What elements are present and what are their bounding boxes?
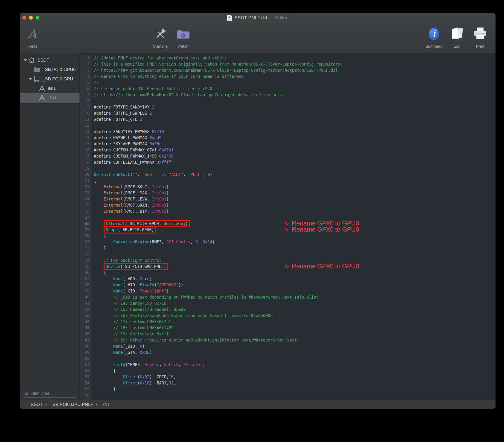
toolbar-label-print: Print bbox=[476, 44, 485, 49]
close-button[interactable] bbox=[22, 16, 26, 19]
title-filename: SSDT-PNLF.dsl bbox=[234, 15, 267, 20]
line-number: 47 bbox=[80, 337, 92, 343]
code-line-text: #define FBTYPE_CFL 3 bbox=[92, 116, 142, 123]
breadcrumb-item[interactable]: SSDT bbox=[31, 402, 43, 407]
code-line-text: #define SANDYIVY_PWMMAX 0x710 bbox=[92, 128, 164, 135]
line-number: 10 bbox=[80, 110, 92, 116]
code-line: 48 Name(_UID, 0) bbox=[80, 343, 496, 349]
toolbar-item-summary[interactable]: iSummary bbox=[425, 24, 443, 49]
sidebar-item-ini1[interactable]: INI1 bbox=[20, 84, 79, 93]
minimize-button[interactable] bbox=[29, 16, 33, 19]
traffic-lights bbox=[22, 16, 39, 19]
code-line: 55 } bbox=[80, 386, 496, 392]
toolbar-item-print[interactable]: Print bbox=[471, 24, 489, 49]
line-number: 18 bbox=[80, 159, 92, 165]
zoom-button[interactable] bbox=[36, 16, 39, 19]
line-number: 14 bbox=[80, 135, 92, 141]
filter-area bbox=[20, 387, 79, 400]
code-line-text: Scope(_SB.PCI0.GPU0) bbox=[92, 227, 156, 233]
code-line-text: #define FBTYPE_SANDYIVY 1 bbox=[92, 104, 154, 110]
toolbar-item-log[interactable]: Log bbox=[448, 24, 466, 49]
code-line: 16#define CUSTOM_PWMMAX_07a1 0x07a1 bbox=[80, 147, 496, 153]
code-line: 36 { bbox=[80, 270, 496, 276]
disclosure-triangle[interactable] bbox=[29, 78, 32, 80]
code-line-text: External(RMCF.LEVW, IntObj) bbox=[92, 196, 169, 202]
code-line-text: #define CUSTOM_PWMMAX_1499 0x1499 bbox=[92, 153, 174, 159]
code-line: 41 // 14: Sandy/Ivy 0x710 bbox=[80, 300, 496, 306]
toolbar-item-patch[interactable]: Patch bbox=[174, 24, 193, 49]
titlebar[interactable]: DSL SSDT-PNLF.dsl — Edited bbox=[20, 13, 496, 22]
device-icon bbox=[33, 75, 40, 83]
code-line: 44 // 17: custom LMAX=0x7a1 bbox=[80, 319, 496, 325]
code-line-text bbox=[92, 214, 94, 221]
toolbar-item-fonts[interactable]: AFonts bbox=[23, 24, 41, 49]
code-line: 18#define COFFEELAKE_PWMMAX 0xffff bbox=[80, 159, 496, 165]
line-number: 11 bbox=[80, 116, 92, 123]
gutter-marker-dot bbox=[85, 223, 87, 225]
log-icon bbox=[450, 26, 465, 41]
code-line: 30 { bbox=[80, 233, 496, 239]
sidebar-item--ini[interactable]: _INI bbox=[20, 93, 79, 103]
code-line: 51 Field(^RMP3, AnyAcc, NoLock, Preserve… bbox=[80, 362, 496, 368]
disclosure-triangle[interactable] bbox=[24, 59, 27, 61]
code-line: 56 bbox=[80, 392, 496, 398]
line-number: 41 bbox=[80, 300, 92, 306]
code-line-text: #define CUSTOM_PWMMAX_07a1 0x07a1 bbox=[92, 147, 174, 153]
line-number: 38 bbox=[80, 282, 92, 288]
code-line-text: // https://github.com/RehabMan/OS-X-Clov… bbox=[92, 92, 285, 98]
line-number: 24 bbox=[80, 196, 92, 202]
code-line: 13#define SANDYIVY_PWMMAX 0x710 bbox=[80, 128, 496, 135]
sidebar-item--sb-pci0-gpu-[interactable]: _SB.PCI0.GPU... bbox=[20, 74, 79, 84]
code-editor[interactable]: 1// Adding PNLF device for WhateverGreen… bbox=[80, 53, 496, 400]
line-number: 4 bbox=[80, 73, 92, 79]
code-line: 6// Licensed under GNU General Public Li… bbox=[80, 86, 496, 92]
code-line: 26 External(RMCF.FBTP, IntObj) bbox=[80, 208, 496, 214]
code-line: 33 bbox=[80, 251, 496, 257]
home-icon bbox=[28, 57, 35, 64]
breadcrumb-item[interactable]: _INI bbox=[101, 402, 109, 407]
code-line-text: Device(_SB.PCI0.GPU.PNLF) bbox=[92, 264, 168, 270]
toolbar-item-compile[interactable]: Compile bbox=[151, 24, 169, 49]
filter-tree-input[interactable] bbox=[22, 390, 77, 398]
line-number: 51 bbox=[80, 362, 92, 368]
code-line: 21{ bbox=[80, 177, 496, 184]
code-line: 35 Device(_SB.PCI0.GPU.PNLF)<- Rename GF… bbox=[80, 264, 496, 270]
code-line-text: Name(_CID, "backlight") bbox=[92, 288, 169, 294]
code-line: 24 External(RMCF.LEVW, IntObj) bbox=[80, 196, 496, 202]
code-line-text: // This is a modified PNLF version origi… bbox=[92, 61, 342, 67]
red-highlight-box: Device(_SB.PCI0.GPU.PNLF) bbox=[104, 263, 168, 270]
desktop: DSL SSDT-PNLF.dsl — Edited AFonts Compil… bbox=[0, 0, 504, 442]
tree-item-label: SSDT bbox=[37, 57, 49, 63]
code-line-text: // Rename GFX0 to anything else if your … bbox=[92, 73, 246, 79]
code-line: 37 Name(_ADR, Zero) bbox=[80, 276, 496, 282]
line-number: 40 bbox=[80, 294, 92, 300]
tree-item-label: _SB.PCI0.GPU... bbox=[42, 76, 77, 82]
line-number: 26 bbox=[80, 208, 92, 214]
code-line-text: // 99: Other (requires custom AppleBackl… bbox=[92, 337, 299, 343]
code-line-text bbox=[92, 392, 94, 398]
method-icon bbox=[38, 85, 46, 92]
document-icon: DSL bbox=[227, 14, 233, 21]
sidebar-item-ssdt[interactable]: SSDT bbox=[20, 55, 79, 65]
code-line-text: External(RMCF.BKLT, IntObj) bbox=[92, 184, 169, 190]
sidebar-item--sb-pci0-gpu0[interactable]: _SB.PCI0.GPU0 bbox=[20, 65, 79, 74]
breadcrumb-item[interactable]: _SB.PCI0.GPU.PNLF bbox=[50, 402, 93, 407]
line-number: 30 bbox=[80, 233, 92, 239]
code-line-text bbox=[92, 251, 94, 257]
line-number: 9 bbox=[80, 104, 92, 110]
code-line: 39 Name(_CID, "backlight") bbox=[80, 288, 496, 294]
line-number: 2 bbox=[80, 61, 92, 67]
patch-icon bbox=[176, 26, 191, 41]
line-number: 50 bbox=[80, 355, 92, 362]
code-line-text: // 14: Sandy/Ivy 0x710 bbox=[92, 300, 166, 306]
code-line: 38 Name(_HID, EisaId("APP0002")) bbox=[80, 282, 496, 288]
toolbar-label-patch: Patch bbox=[178, 44, 188, 49]
code-line-text: { bbox=[92, 270, 106, 276]
red-highlight-box: Scope(_SB.PCI0.GPU0) bbox=[104, 226, 156, 233]
code-line: 22 External(RMCF.BKLT, IntObj) bbox=[80, 184, 496, 190]
code-line-text: Name(_HID, EisaId("APP0002")) bbox=[92, 282, 183, 288]
code-line: 12 bbox=[80, 123, 496, 128]
code-line: 17#define CUSTOM_PWMMAX_1499 0x1499 bbox=[80, 153, 496, 159]
line-number: 31 bbox=[80, 239, 92, 245]
code-line-text: Offset(0x02), GDID,16, bbox=[92, 374, 176, 380]
